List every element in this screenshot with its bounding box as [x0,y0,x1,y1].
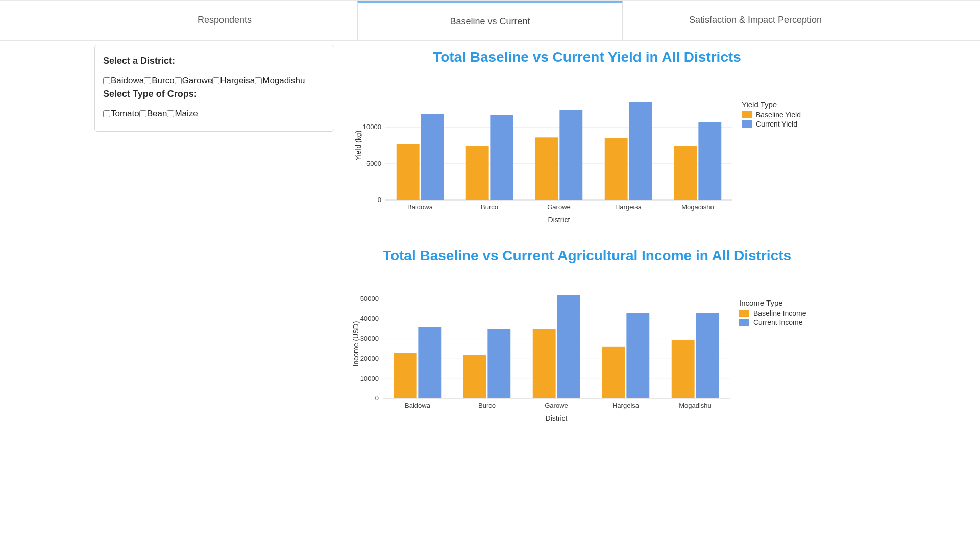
checkbox-label: Tomato [111,109,139,119]
svg-text:Garowe: Garowe [545,402,568,409]
svg-text:30000: 30000 [360,335,379,342]
svg-rect-15 [605,138,628,200]
tab-bar: Respondents Baseline vs Current Satisfac… [0,0,980,41]
checkbox-bean-input[interactable] [139,110,146,117]
svg-rect-9 [466,146,489,200]
checkbox-baidowa-input[interactable] [103,77,110,84]
svg-rect-44 [602,347,625,398]
yield-chart-title: Total Baseline vs Current Yield in All D… [255,49,919,65]
checkbox-tomato-input[interactable] [103,110,110,117]
svg-text:Burco: Burco [481,203,498,211]
svg-rect-36 [418,327,441,398]
checkbox-label: Maize [175,109,198,119]
checkbox-hargeisa-input[interactable] [212,77,219,84]
svg-rect-38 [463,355,486,398]
checkbox-maize-input[interactable] [167,110,174,117]
svg-rect-6 [397,144,420,200]
svg-text:40000: 40000 [360,315,379,322]
crop-checkbox-bean[interactable]: Bean [139,109,167,119]
checkbox-label: Burco [152,76,174,86]
svg-text:Baidowa: Baidowa [405,402,431,409]
svg-text:0: 0 [375,394,379,402]
legend-swatch-icon [739,319,749,326]
legend-label: Current Yield [756,120,797,128]
income-legend: Income Type Baseline Income Current Inco… [735,271,827,327]
svg-text:Mogadishu: Mogadishu [679,402,712,409]
income-chart: 01000020000300004000050000BaidowaBurcoGa… [347,271,735,425]
checkbox-label: Hargeisa [220,76,255,86]
income-chart-title: Total Baseline vs Current Agricultural I… [255,247,919,264]
yield-chart-block: Total Baseline vs Current Yield in All D… [255,49,919,227]
legend-swatch-icon [742,120,752,128]
income-legend-title: Income Type [739,298,827,307]
svg-text:50000: 50000 [360,295,379,303]
svg-text:Garowe: Garowe [547,203,571,211]
svg-text:Burco: Burco [478,402,496,409]
tab-respondents[interactable]: Respondents [92,1,357,40]
legend-label: Baseline Yield [756,111,801,119]
svg-rect-41 [533,329,556,398]
svg-rect-19 [698,122,721,200]
legend-label: Current Income [753,318,802,327]
yield-chart: 0500010000BaidowaBurcoGaroweHargeisaMoga… [350,72,738,227]
svg-rect-35 [394,353,417,398]
svg-text:Income (USD): Income (USD) [352,321,360,367]
legend-swatch-icon [739,310,749,317]
crop-checkbox-maize[interactable]: Maize [167,109,198,119]
district-checkbox-burco[interactable]: Burco [144,76,174,86]
legend-item-baseline-income: Baseline Income [739,309,827,317]
svg-text:5000: 5000 [366,160,381,167]
legend-item-baseline-yield: Baseline Yield [742,111,824,119]
yield-legend: Yield Type Baseline Yield Current Yield [738,72,824,128]
checkbox-label: Garowe [182,76,213,86]
svg-text:Baidowa: Baidowa [407,203,433,211]
svg-rect-16 [629,102,652,200]
income-chart-block: Total Baseline vs Current Agricultural I… [255,247,919,425]
checkbox-burco-input[interactable] [144,77,151,84]
svg-rect-18 [674,146,697,200]
svg-text:10000: 10000 [360,374,379,382]
svg-rect-13 [559,110,582,200]
svg-rect-10 [490,115,513,200]
district-checkbox-hargeisa[interactable]: Hargeisa [212,76,255,86]
svg-text:10000: 10000 [363,123,381,131]
svg-rect-45 [626,313,649,398]
legend-item-current-income: Current Income [739,318,827,327]
tab-satisfaction-impact[interactable]: Satisfaction & Impact Perception [623,1,888,40]
svg-text:Yield (kg): Yield (kg) [354,131,362,161]
svg-rect-47 [672,340,695,398]
svg-rect-39 [487,329,510,398]
yield-legend-title: Yield Type [742,100,824,109]
svg-rect-7 [421,114,444,200]
checkbox-label: Bean [147,109,167,119]
svg-text:Mogadishu: Mogadishu [681,203,714,211]
svg-text:District: District [548,216,570,224]
crop-checkbox-tomato[interactable]: Tomato [103,109,139,119]
svg-text:District: District [546,414,568,422]
tab-baseline-vs-current[interactable]: Baseline vs Current [357,1,623,40]
svg-rect-12 [535,137,558,200]
legend-label: Baseline Income [753,309,806,317]
svg-text:Hargeisa: Hargeisa [612,402,640,409]
checkbox-garowe-input[interactable] [175,77,182,84]
svg-rect-48 [696,313,719,398]
legend-item-current-yield: Current Yield [742,120,824,128]
svg-rect-42 [557,295,580,398]
district-checkbox-garowe[interactable]: Garowe [175,76,213,86]
checkbox-label: Baidowa [111,76,144,86]
svg-text:20000: 20000 [360,355,379,362]
district-checkbox-baidowa[interactable]: Baidowa [103,76,144,86]
legend-swatch-icon [742,111,752,118]
svg-text:0: 0 [378,196,381,204]
svg-text:Hargeisa: Hargeisa [615,203,642,211]
